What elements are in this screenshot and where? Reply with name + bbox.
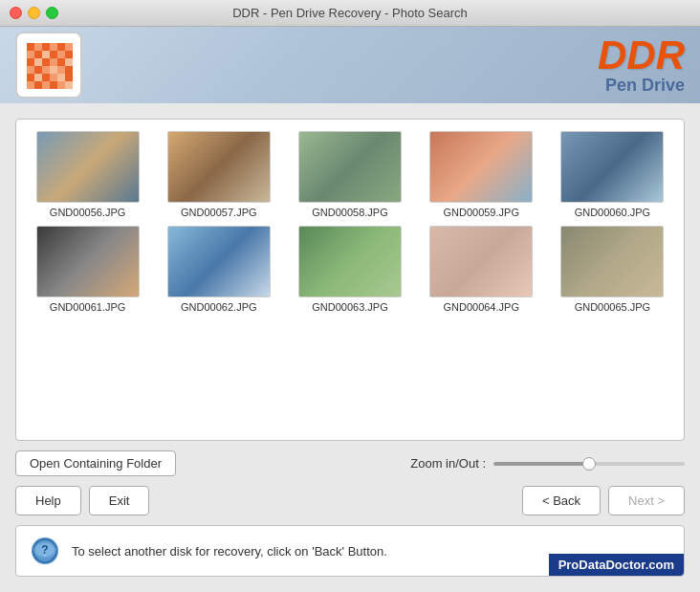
svg-rect-17 xyxy=(65,58,73,66)
photo-filename: GND00061.JPG xyxy=(50,301,125,313)
svg-rect-4 xyxy=(57,43,65,51)
photo-thumbnail xyxy=(429,226,533,297)
svg-rect-32 xyxy=(42,81,50,89)
brand-ddr: DDR xyxy=(598,35,685,76)
left-buttons: Help Exit xyxy=(15,486,149,515)
svg-text:?: ? xyxy=(41,543,48,557)
svg-rect-13 xyxy=(34,58,42,66)
back-button[interactable]: < Back xyxy=(522,486,601,515)
minimize-button[interactable] xyxy=(28,7,40,19)
photo-thumbnail xyxy=(36,131,140,203)
photo-filename: GND00064.JPG xyxy=(443,301,518,313)
photo-thumbnail xyxy=(429,131,533,203)
window-controls[interactable] xyxy=(10,7,58,19)
photo-item[interactable]: GND00056.JPG xyxy=(28,131,147,218)
title-bar: DDR - Pen Drive Recovery - Photo Search xyxy=(0,0,700,27)
photo-item[interactable]: GND00059.JPG xyxy=(422,131,541,218)
photo-filename: GND00062.JPG xyxy=(181,301,256,313)
badge-text: ProDataDoctor.com xyxy=(558,558,674,572)
zoom-controls: Zoom in/Out : xyxy=(410,456,685,471)
photo-item[interactable]: GND00063.JPG xyxy=(290,226,409,313)
photo-item[interactable]: GND00060.JPG xyxy=(553,131,672,218)
svg-rect-20 xyxy=(42,66,50,74)
svg-rect-33 xyxy=(50,81,57,89)
svg-rect-6 xyxy=(27,51,34,58)
photo-item[interactable]: GND00062.JPG xyxy=(159,226,278,313)
info-message: To select another disk for recovery, cli… xyxy=(72,544,387,559)
photo-filename: GND00057.JPG xyxy=(181,207,256,218)
header: DDR Pen Drive xyxy=(0,27,700,103)
photo-thumbnail xyxy=(167,131,271,203)
photo-filename: GND00058.JPG xyxy=(312,207,387,218)
svg-rect-34 xyxy=(57,81,65,89)
zoom-slider[interactable] xyxy=(493,462,685,466)
photo-item[interactable]: GND00064.JPG xyxy=(422,226,541,313)
svg-rect-0 xyxy=(27,43,34,51)
photo-item[interactable]: GND00061.JPG xyxy=(28,226,147,313)
exit-button[interactable]: Exit xyxy=(89,486,150,515)
svg-rect-21 xyxy=(50,66,57,74)
app-logo xyxy=(15,32,82,99)
help-button[interactable]: Help xyxy=(15,486,81,515)
button-row: Help Exit < Back Next > xyxy=(15,486,685,515)
close-button[interactable] xyxy=(10,7,22,19)
brand-sub: Pen Drive xyxy=(598,76,685,96)
main-content: GND00056.JPGGND00057.JPGGND00058.JPGGND0… xyxy=(0,103,700,592)
open-folder-button[interactable]: Open Containing Folder xyxy=(15,450,176,476)
svg-rect-25 xyxy=(34,74,42,81)
svg-rect-7 xyxy=(34,51,42,58)
svg-rect-28 xyxy=(57,74,65,81)
photo-thumbnail xyxy=(560,131,664,203)
svg-rect-23 xyxy=(65,66,73,74)
svg-rect-29 xyxy=(65,74,73,81)
prodatadoctor-badge: ProDataDoctor.com xyxy=(549,554,684,576)
zoom-label: Zoom in/Out : xyxy=(410,456,486,471)
zoom-row: Open Containing Folder Zoom in/Out : xyxy=(15,450,685,476)
photo-filename: GND00065.JPG xyxy=(575,301,650,313)
svg-rect-10 xyxy=(57,51,65,58)
svg-rect-3 xyxy=(50,43,57,51)
photo-thumbnail xyxy=(36,226,140,297)
photo-item[interactable]: GND00065.JPG xyxy=(553,226,672,313)
photo-thumbnail xyxy=(167,226,271,297)
svg-rect-31 xyxy=(34,81,42,89)
photo-item[interactable]: GND00058.JPG xyxy=(290,131,409,218)
photo-thumbnail xyxy=(298,226,402,297)
photo-filename: GND00056.JPG xyxy=(50,207,125,218)
info-bar: i ? To select another disk for recovery,… xyxy=(15,525,685,577)
svg-rect-27 xyxy=(50,74,57,81)
svg-rect-26 xyxy=(42,74,50,81)
svg-rect-8 xyxy=(42,51,50,58)
brand-area: DDR Pen Drive xyxy=(598,35,685,96)
photo-thumbnail xyxy=(298,131,402,203)
svg-rect-16 xyxy=(57,58,65,66)
svg-rect-9 xyxy=(50,51,57,58)
photo-filename: GND00063.JPG xyxy=(312,301,387,313)
photo-filename: GND00060.JPG xyxy=(575,207,650,218)
svg-rect-12 xyxy=(27,58,34,66)
photo-item[interactable]: GND00057.JPG xyxy=(159,131,278,218)
svg-rect-35 xyxy=(65,81,73,89)
info-icon: i ? xyxy=(30,536,60,566)
window-title: DDR - Pen Drive Recovery - Photo Search xyxy=(232,6,468,20)
svg-rect-18 xyxy=(27,66,34,74)
svg-rect-2 xyxy=(42,43,50,51)
next-button[interactable]: Next > xyxy=(608,486,685,515)
right-buttons: < Back Next > xyxy=(522,486,685,515)
maximize-button[interactable] xyxy=(46,7,58,19)
svg-rect-30 xyxy=(27,81,34,89)
svg-rect-11 xyxy=(65,51,73,58)
svg-rect-1 xyxy=(34,43,42,51)
svg-rect-22 xyxy=(57,66,65,74)
photo-thumbnail xyxy=(560,226,664,297)
svg-rect-14 xyxy=(42,58,50,66)
svg-rect-15 xyxy=(50,58,57,66)
svg-rect-24 xyxy=(27,74,34,81)
svg-rect-19 xyxy=(34,66,42,74)
photo-grid: GND00056.JPGGND00057.JPGGND00058.JPGGND0… xyxy=(28,131,672,313)
photo-filename: GND00059.JPG xyxy=(443,207,518,218)
svg-rect-5 xyxy=(65,43,73,51)
photo-grid-container[interactable]: GND00056.JPGGND00057.JPGGND00058.JPGGND0… xyxy=(15,119,685,441)
